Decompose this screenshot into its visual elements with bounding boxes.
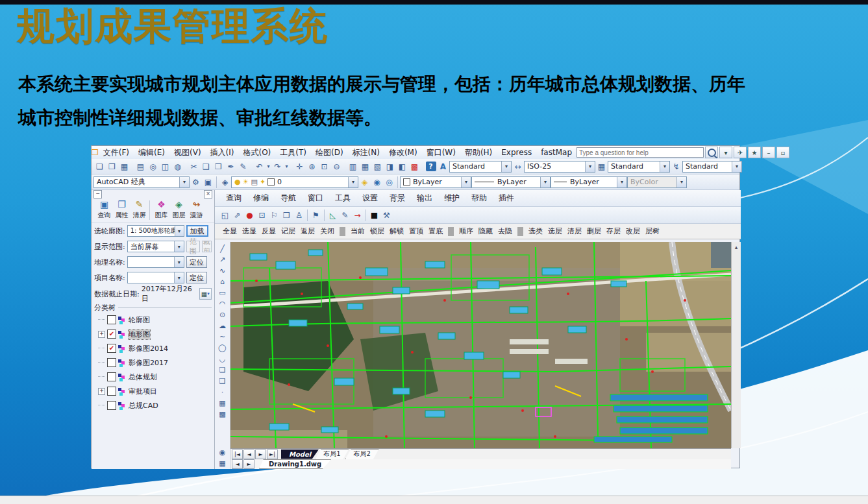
line-icon[interactable]: ╱ (217, 243, 229, 254)
text-style-icon[interactable]: A (437, 161, 449, 173)
cmd-unlock[interactable]: 解锁 (387, 226, 406, 236)
map-menu-edit[interactable]: 修编 (247, 193, 275, 204)
menu-draw[interactable]: 绘图(D) (311, 147, 348, 158)
tree-item-outline[interactable]: 轮廓图 (98, 313, 214, 327)
save-icon[interactable]: ▦ (118, 161, 130, 173)
table-style-icon[interactable]: ▦ (595, 161, 608, 173)
match-properties-icon[interactable]: ✒ (225, 161, 237, 173)
id-query-icon[interactable]: ◱ (219, 210, 231, 221)
tree-item-masterplan[interactable]: 总体规划 (98, 370, 214, 384)
help-icon[interactable]: ? (425, 161, 437, 173)
menu-file[interactable]: 文件(F) (99, 147, 134, 158)
revision-cloud-icon[interactable]: ☁ (217, 320, 229, 331)
copy-icon[interactable]: ❑ (200, 161, 212, 173)
menu-express[interactable]: Express (497, 148, 536, 157)
publish-icon[interactable]: ◫ (159, 161, 171, 173)
load-button[interactable]: 加载 (186, 225, 208, 237)
clear-screen-button[interactable]: ✎ 清屏 (130, 199, 148, 220)
record-dot-icon[interactable]: ● (243, 210, 256, 221)
cmd-hide[interactable]: 隐藏 (476, 226, 495, 236)
map-menu-window[interactable]: 窗口 (302, 193, 329, 204)
cmd-close[interactable]: 关闭 (317, 226, 337, 236)
map-menu-maintain[interactable]: 维护 (438, 193, 465, 204)
tab-layout1[interactable]: 布局1 (315, 449, 349, 460)
query-button[interactable]: ▣ 查询 (95, 199, 113, 220)
table-style-combo[interactable]: Standard ▾ (608, 161, 670, 173)
open-icon[interactable]: ❐ (106, 161, 118, 173)
menu-format[interactable]: 格式(O) (238, 147, 275, 158)
layers-button[interactable]: ◈ 图层 (170, 199, 188, 220)
cmd-bring-top[interactable]: 置顶 (406, 226, 426, 236)
ellipse-icon[interactable]: ◯ (217, 342, 229, 354)
tree-item-image2014[interactable]: ✔ 影像图2014 (98, 341, 214, 355)
menu-insert[interactable]: 插入(I) (206, 147, 239, 158)
map-viewport[interactable] (230, 242, 731, 448)
attributes-button[interactable]: ❒ 属性 (113, 199, 130, 220)
dim-style-combo[interactable]: ISO-25 ▾ (524, 161, 595, 173)
plot-icon[interactable]: ▤ (134, 161, 147, 173)
expand-icon[interactable]: + (98, 388, 105, 395)
plot-preview-icon[interactable]: ◎ (147, 161, 159, 173)
spline-icon[interactable]: ~ (217, 331, 229, 342)
paste-icon[interactable]: ❒ (212, 161, 225, 173)
zoom-window-icon[interactable]: ⊡ (318, 161, 330, 173)
cmd-order[interactable]: 顺序 (456, 226, 476, 236)
layer-states-icon[interactable]: ◉ (371, 176, 383, 188)
cmd-select-class[interactable]: 选类 (526, 226, 545, 236)
construction-line-icon[interactable]: ↗ (217, 254, 229, 265)
minimize-icon[interactable]: – (762, 147, 775, 158)
gallery-button[interactable]: ❖ 图库 (153, 199, 170, 220)
mleader-style-icon[interactable]: ↯ (670, 161, 682, 173)
layer-previous-icon[interactable]: ◈ (358, 176, 371, 188)
markup-icon[interactable]: ◧ (396, 161, 408, 173)
layer-isolate-icon[interactable]: ◎ (383, 176, 395, 188)
menu-fastmap[interactable]: fastMap (536, 148, 577, 157)
tab-next-icon[interactable]: ► (255, 450, 266, 459)
color-combo[interactable]: ByLayer ▾ (400, 176, 471, 188)
map-menu-tools[interactable]: 工具 (329, 193, 356, 204)
point-icon[interactable]: · (217, 387, 229, 398)
redo-dropdown-icon[interactable]: ▾ (284, 161, 290, 173)
hammer-tool-icon[interactable]: ⚒ (380, 210, 393, 221)
web-icon[interactable]: ◍ (171, 161, 184, 173)
favorites-star-icon[interactable]: ★ (748, 147, 761, 158)
make-block-icon[interactable]: ❑ (217, 376, 229, 387)
undo-dropdown-icon[interactable]: ▾ (266, 161, 271, 173)
polyline-icon[interactable]: ∿ (217, 265, 229, 276)
measure-ruler-icon[interactable]: ◺ (327, 210, 339, 221)
person-icon[interactable]: ♙ (293, 210, 305, 221)
tab-prev-icon[interactable]: ◄ (243, 450, 254, 459)
menu-dimension[interactable]: 标注(N) (348, 147, 384, 158)
tab-layout2[interactable]: 布局2 (345, 449, 379, 460)
window-box-icon[interactable]: ▫ (776, 147, 789, 158)
menu-edit[interactable]: 编辑(E) (134, 147, 169, 158)
menu-tools[interactable]: 工具(T) (275, 147, 311, 158)
cmd-return-layer[interactable]: 返层 (298, 226, 317, 236)
cmd-lock-layer[interactable]: 锁层 (367, 226, 387, 236)
flag-icon[interactable]: ⚐ (268, 210, 280, 221)
map-zoom-window-icon[interactable]: ⊡ (256, 210, 268, 221)
properties-palette-icon[interactable]: ▥ (347, 161, 359, 173)
display-range-combo[interactable]: 当前屏幕 ▾ (127, 241, 184, 252)
menu-view[interactable]: 视图(V) (169, 147, 206, 158)
calculator-icon[interactable]: ▩ (408, 161, 421, 173)
cmd-show-all[interactable]: 全显 (220, 226, 240, 236)
tree-item-cad[interactable]: 总规CAD (98, 398, 214, 413)
undo-icon[interactable]: ↶ (253, 161, 266, 173)
tree-item-image2017[interactable]: 影像图2017 (98, 355, 214, 370)
redo-icon[interactable]: ↷ (271, 161, 284, 173)
export-arrow-icon[interactable]: → (351, 210, 364, 221)
gradient-icon[interactable]: ▩ (217, 409, 229, 420)
edit-icon[interactable]: ✎ (237, 161, 249, 173)
map-roam-icon[interactable]: ⇗ (231, 210, 243, 221)
sheetset-icon[interactable]: ◨ (384, 161, 396, 173)
linetype-combo[interactable]: ByLayer ▾ (471, 176, 551, 188)
dim-style-icon[interactable]: ↔ (512, 161, 524, 173)
help-search-input[interactable] (577, 147, 704, 158)
cmd-record-layer[interactable]: 记层 (279, 226, 298, 236)
communication-center-icon[interactable]: ✈ (734, 147, 747, 158)
cmd-unhide[interactable]: 去隐 (495, 226, 515, 236)
tab-last-icon[interactable]: ►| (267, 450, 278, 459)
tab-model[interactable]: Model (281, 450, 319, 459)
pan-icon[interactable]: ✛ (293, 161, 306, 173)
